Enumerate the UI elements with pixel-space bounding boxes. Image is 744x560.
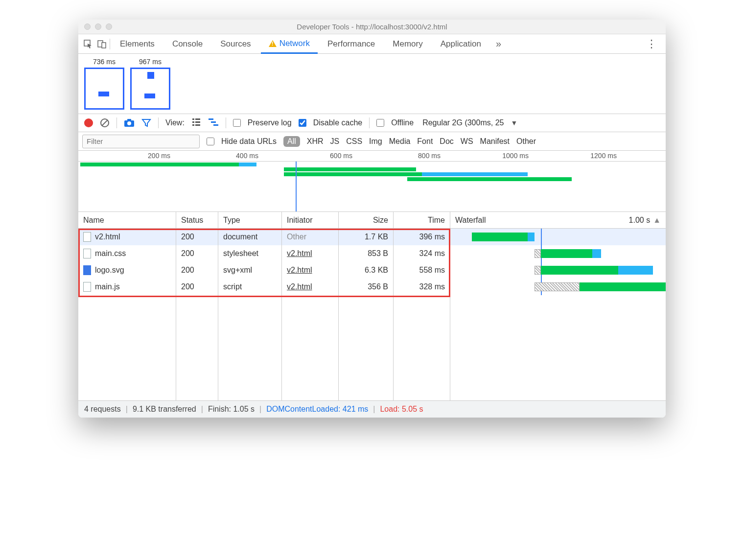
filter-type-xhr[interactable]: XHR — [307, 137, 324, 146]
svg-rect-10 — [192, 121, 194, 123]
request-type: stylesheet — [218, 245, 282, 262]
th-initiator[interactable]: Initiator — [282, 212, 339, 228]
tick: 800 ms — [418, 152, 442, 160]
request-type: script — [218, 279, 282, 295]
filter-type-js[interactable]: JS — [330, 137, 340, 146]
filter-type-font[interactable]: Font — [417, 137, 433, 146]
request-time: 558 ms — [394, 262, 450, 279]
disable-cache-checkbox[interactable] — [299, 119, 306, 127]
request-status: 200 — [176, 279, 218, 295]
table-row[interactable]: main.js200scriptv2.html356 B328 ms — [78, 279, 666, 295]
svg-rect-6 — [127, 119, 131, 121]
chevron-down-icon[interactable]: ▼ — [511, 119, 517, 127]
request-type: document — [218, 229, 282, 245]
request-size: 1.7 KB — [339, 229, 394, 245]
frame-thumb — [84, 68, 124, 110]
tab-sources[interactable]: Sources — [212, 34, 258, 54]
table-row[interactable]: logo.svg200svg+xmlv2.html6.3 KB558 ms — [78, 262, 666, 279]
divider — [369, 117, 370, 128]
th-status[interactable]: Status — [176, 212, 218, 228]
request-size: 6.3 KB — [339, 262, 394, 279]
status-bar: 4 requests | 9.1 KB transferred | Finish… — [78, 401, 666, 418]
table-row[interactable]: v2.html200documentOther1.7 KB396 ms — [78, 229, 666, 245]
request-initiator[interactable]: v2.html — [287, 249, 312, 258]
file-icon — [83, 232, 91, 242]
tab-console[interactable]: Console — [164, 34, 210, 54]
request-name: logo.svg — [95, 266, 124, 275]
waterfall-scale: 1.00 s — [629, 216, 651, 225]
request-initiator[interactable]: v2.html — [287, 282, 312, 291]
offline-checkbox[interactable] — [376, 119, 384, 127]
request-table: Name Status Type Initiator Size Time Wat… — [78, 212, 666, 401]
status-requests: 4 requests — [84, 405, 121, 414]
sort-up-icon: ▲ — [653, 216, 661, 225]
request-status: 200 — [176, 245, 218, 262]
filter-type-ws[interactable]: WS — [461, 137, 473, 146]
clear-button[interactable] — [100, 118, 110, 128]
status-finish: Finish: 1.05 s — [208, 405, 255, 414]
request-status: 200 — [176, 229, 218, 245]
divider — [226, 117, 226, 128]
filter-type-other[interactable]: Other — [516, 137, 536, 146]
tab-memory[interactable]: Memory — [385, 34, 430, 54]
preserve-log-label: Preserve log — [248, 118, 292, 127]
request-initiator[interactable]: v2.html — [287, 266, 312, 275]
devtools-tabs: Elements Console Sources Network Perform… — [78, 34, 666, 54]
table-body: v2.html200documentOther1.7 KB396 msmain.… — [78, 229, 666, 295]
status-load: Load: 5.05 s — [380, 405, 423, 414]
record-button[interactable] — [84, 118, 93, 127]
filmstrip: 736 ms 967 ms — [78, 54, 666, 114]
filter-type-doc[interactable]: Doc — [440, 137, 453, 146]
filmstrip-frame-1[interactable]: 967 ms — [130, 58, 170, 110]
filter-type-all[interactable]: All — [283, 136, 300, 147]
request-waterfall — [450, 245, 666, 262]
request-size: 356 B — [339, 279, 394, 295]
svg-rect-11 — [195, 121, 200, 123]
th-time[interactable]: Time — [394, 212, 450, 228]
svg-point-7 — [127, 121, 131, 125]
svg-line-4 — [102, 120, 108, 126]
device-toolbar-icon[interactable] — [96, 38, 108, 50]
more-menu-icon[interactable]: ⋮ — [641, 38, 662, 50]
overview-timeline[interactable]: 200 ms 400 ms 600 ms 800 ms 1000 ms 1200… — [78, 151, 666, 212]
filter-type-media[interactable]: Media — [389, 137, 411, 146]
offline-label: Offline — [391, 118, 414, 127]
filter-input[interactable] — [82, 135, 200, 148]
throttle-selector[interactable]: Regular 2G (300ms, 25 — [422, 118, 504, 127]
preserve-log-checkbox[interactable] — [233, 119, 241, 127]
filmstrip-frame-0[interactable]: 736 ms — [84, 58, 124, 110]
file-icon — [83, 265, 91, 275]
table-row[interactable]: main.css200stylesheetv2.html853 B324 ms — [78, 245, 666, 262]
th-waterfall[interactable]: Waterfall 1.00 s ▲ — [450, 212, 666, 228]
filter-type-manifest[interactable]: Manifest — [480, 137, 510, 146]
overview-ticks: 200 ms 400 ms 600 ms 800 ms 1000 ms 1200… — [78, 151, 666, 162]
status-transferred: 9.1 KB transferred — [133, 405, 196, 414]
tick: 400 ms — [236, 152, 260, 160]
svg-rect-14 — [209, 118, 213, 120]
request-waterfall — [450, 262, 666, 279]
filter-type-css[interactable]: CSS — [346, 137, 362, 146]
th-size[interactable]: Size — [339, 212, 394, 228]
tab-application[interactable]: Application — [433, 34, 489, 54]
hide-data-urls-checkbox[interactable] — [207, 138, 214, 145]
tab-network[interactable]: Network — [261, 34, 318, 54]
domcontentloaded-marker — [296, 162, 297, 211]
tick: 1000 ms — [502, 152, 531, 160]
tabs-overflow[interactable]: » — [491, 38, 506, 49]
th-name[interactable]: Name — [78, 212, 176, 228]
inspect-element-icon[interactable] — [82, 38, 94, 50]
request-time: 328 ms — [394, 279, 450, 295]
hide-data-urls-label: Hide data URLs — [221, 137, 277, 146]
tab-elements[interactable]: Elements — [112, 34, 163, 54]
request-time: 324 ms — [394, 245, 450, 262]
th-type[interactable]: Type — [218, 212, 282, 228]
view-waterfall-icon[interactable] — [208, 117, 219, 128]
status-domcontentloaded: DOMContentLoaded: 421 ms — [266, 405, 368, 414]
request-size: 853 B — [339, 245, 394, 262]
view-list-icon[interactable] — [191, 117, 201, 128]
filter-type-img[interactable]: Img — [369, 137, 382, 146]
screenshots-toggle[interactable] — [124, 118, 135, 127]
svg-rect-12 — [192, 124, 194, 126]
filter-toggle[interactable] — [141, 118, 151, 128]
tab-performance[interactable]: Performance — [320, 34, 383, 54]
